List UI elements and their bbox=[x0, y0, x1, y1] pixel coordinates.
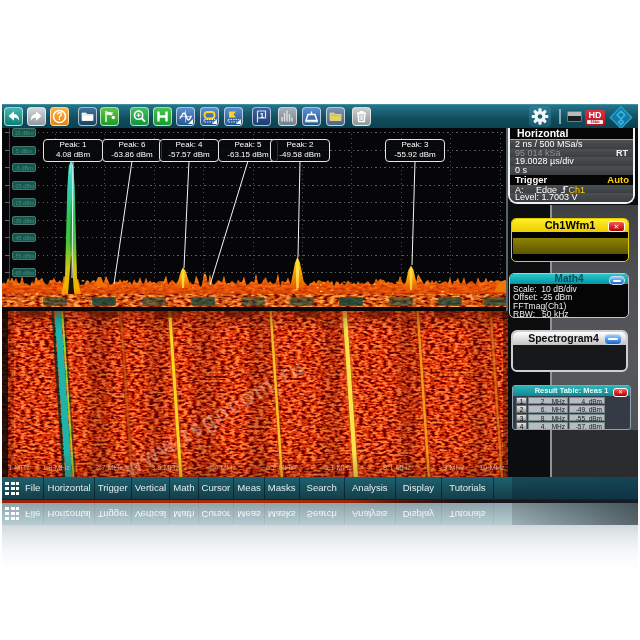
svg-text:?: ? bbox=[56, 111, 62, 122]
svg-text:1: 1 bbox=[260, 111, 265, 120]
